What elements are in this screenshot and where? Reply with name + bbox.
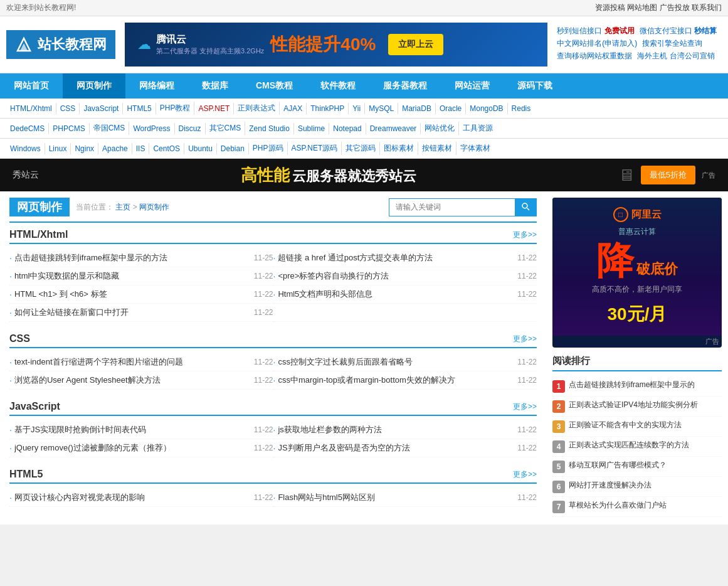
- article-link[interactable]: 浏览器的User Agent Stylesheet解决方法: [14, 375, 251, 386]
- article-link[interactable]: Html5文档声明和头部信息: [278, 289, 515, 300]
- subnav-ajax[interactable]: AJAX: [280, 103, 307, 114]
- section-js-more[interactable]: 更多>>: [513, 402, 537, 412]
- subnav-tools[interactable]: 工具资源: [459, 122, 497, 135]
- overseas-host-link[interactable]: 海外主机 台湾公司宣销: [637, 51, 714, 60]
- top-link-ad[interactable]: 广告投放: [660, 3, 690, 12]
- rank-link-1[interactable]: 点击超链接跳转到iframe框架中显示的: [569, 380, 695, 390]
- subnav-ubuntu[interactable]: Ubuntu: [184, 143, 217, 154]
- subnav-debian[interactable]: Debian: [217, 143, 249, 154]
- article-link[interactable]: HTML <h1> 到 <h6> 标签: [14, 289, 251, 300]
- nav-server[interactable]: 服务器教程: [369, 73, 441, 99]
- subnav-redis[interactable]: Redis: [508, 103, 535, 114]
- promo-cta-button[interactable]: 最低5折抢: [641, 166, 695, 184]
- search-button[interactable]: [515, 199, 536, 216]
- top-link-sitemap[interactable]: 网站地图: [627, 3, 657, 12]
- subnav-linux[interactable]: Linux: [45, 143, 71, 154]
- breadcrumb-current[interactable]: 网页制作: [139, 203, 169, 211]
- sms-link[interactable]: 秒到短信接口: [557, 26, 602, 35]
- nav-db[interactable]: 数据库: [188, 73, 242, 99]
- article-link[interactable]: css控制文字过长裁剪后面跟着省略号: [278, 356, 515, 368]
- instant-settle-link[interactable]: 秒结算: [694, 26, 717, 35]
- rank-link-7[interactable]: 草根站长为什么喜欢做门户站: [569, 500, 667, 511]
- subnav-mongodb[interactable]: MongoDB: [466, 103, 507, 114]
- subnav-empirecms[interactable]: 帝国CMS: [90, 122, 130, 135]
- article-link[interactable]: JS判断用户名及密码是否为空的方法: [278, 442, 515, 454]
- subnav-discuz[interactable]: Discuz: [175, 123, 206, 134]
- subnav-regex[interactable]: 正则表达式: [234, 102, 280, 115]
- subnav-othercms[interactable]: 其它CMS: [206, 122, 246, 135]
- subnav-othersrc[interactable]: 其它源码: [342, 142, 380, 155]
- article-link[interactable]: text-indent首行缩进两个字符和图片缩进的问题: [14, 356, 251, 368]
- subnav-dedecms[interactable]: DedeCMS: [6, 123, 49, 134]
- header-ad-banner[interactable]: ☁ 腾讯云 第二代服务器 支持超高主频3.2GHz 性能提升40% 立即上云: [125, 23, 547, 67]
- subnav-thinkphp[interactable]: ThinkPHP: [307, 103, 349, 114]
- nav-cms[interactable]: CMS教程: [242, 73, 307, 99]
- subnav-phpcms[interactable]: PHPCMS: [49, 123, 89, 134]
- article-link[interactable]: Flash网站与html5网站区别: [278, 492, 515, 503]
- rank-link-5[interactable]: 移动互联网广告有哪些模式？: [569, 460, 667, 471]
- nav-net[interactable]: 网络编程: [125, 73, 188, 99]
- top-link-contact[interactable]: 联系我们: [692, 3, 722, 12]
- nav-software[interactable]: 软件教程: [307, 73, 369, 99]
- mobile-weight-link[interactable]: 查询移动网站权重数据: [557, 51, 632, 60]
- section-css-more[interactable]: 更多>>: [513, 334, 537, 344]
- sidebar-ad[interactable]: □ 阿里云 普惠云计算 降 破底价 高质不高价，新老用户同享 30元/月 广告: [552, 198, 722, 348]
- subnav-aspnet[interactable]: ASP.NET: [194, 103, 234, 114]
- subnav-js[interactable]: JavaScript: [80, 103, 123, 114]
- subnav-apache[interactable]: Apache: [98, 143, 132, 154]
- article-link[interactable]: 超链接 a href 通过post方式提交表单的方法: [278, 252, 515, 264]
- subnav-php[interactable]: PHP教程: [156, 102, 195, 115]
- rank-link-4[interactable]: 正则表达式实现匹配连续数字的方法: [569, 440, 689, 450]
- ad-cta-button[interactable]: 立即上云: [388, 34, 443, 55]
- search-input[interactable]: [389, 199, 515, 216]
- subnav-mariadb[interactable]: MariaDB: [398, 103, 436, 114]
- nav-ops[interactable]: 网站运营: [441, 73, 504, 99]
- subnav-dreamweaver[interactable]: Dreamweaver: [366, 123, 421, 134]
- subnav-yii[interactable]: Yii: [349, 103, 365, 114]
- subnav-notepad[interactable]: Notepad: [329, 123, 366, 134]
- subnav-aspnetsrc[interactable]: ASP.NET源码: [288, 142, 342, 155]
- logo[interactable]: 站长教程网: [6, 30, 115, 59]
- subnav-zend[interactable]: Zend Studio: [245, 123, 294, 134]
- nav-source[interactable]: 源码下载: [504, 73, 566, 99]
- subnav-iis[interactable]: IIS: [132, 143, 150, 154]
- subnav-wordpress[interactable]: WordPress: [129, 123, 174, 134]
- search-engine-link[interactable]: 搜索引擎全站查询: [642, 39, 702, 48]
- article-link[interactable]: css中margin-top或者margin-bottom失效的解决方: [278, 375, 515, 386]
- nav-home[interactable]: 网站首页: [0, 73, 63, 99]
- cn-rank-link[interactable]: 中文网站排名(申请加入): [557, 39, 637, 48]
- article-link[interactable]: 如何让全站链接在新窗口中打开: [14, 307, 251, 318]
- article-link[interactable]: js获取地址栏参数的两种方法: [278, 424, 515, 435]
- rank-link-2[interactable]: 正则表达式验证IPV4地址功能实例分析: [569, 400, 698, 410]
- article-link[interactable]: jQuery remove()过滤被删除的元素（推荐）: [14, 442, 251, 454]
- subnav-buttons[interactable]: 按钮素材: [418, 142, 456, 155]
- section-html5-more[interactable]: 更多>>: [513, 469, 537, 480]
- breadcrumb-home[interactable]: 主页: [115, 203, 130, 211]
- subnav-centos[interactable]: CentOS: [149, 143, 184, 154]
- wechat-pay-link[interactable]: 微信支付宝接口: [640, 26, 692, 35]
- subnav-icons[interactable]: 图标素材: [380, 142, 418, 155]
- subnav-html5[interactable]: HTML5: [123, 103, 156, 114]
- rank-link-3[interactable]: 正则验证不能含有中文的实现方法: [569, 420, 682, 430]
- article-link[interactable]: 基于JS实现限时抢购倒计时间表代码: [14, 424, 251, 435]
- article-link[interactable]: html中实现数据的显示和隐藏: [14, 270, 251, 282]
- promo-banner[interactable]: 秀站云 高性能 云服务器就选秀站云 🖥 最低5折抢 广告: [0, 159, 728, 191]
- top-link-resources[interactable]: 资源投稿: [595, 3, 625, 12]
- article-link[interactable]: 点击超链接跳转到iframe框架中显示的方法: [14, 252, 251, 264]
- nav-web[interactable]: 网页制作: [63, 73, 125, 99]
- free-trial-link[interactable]: 免费试用: [604, 26, 635, 35]
- subnav-nginx[interactable]: Nginx: [71, 143, 98, 154]
- rank-link-6[interactable]: 网站打开速度慢解决办法: [569, 480, 652, 491]
- subnav-html[interactable]: HTML/Xhtml: [6, 103, 56, 114]
- section-html-more[interactable]: 更多>>: [513, 230, 537, 240]
- subnav-seoopt[interactable]: 网站优化: [421, 122, 459, 135]
- subnav-fonts[interactable]: 字体素材: [456, 142, 494, 155]
- article-link[interactable]: <pre>标签内容自动换行的方法: [278, 270, 515, 282]
- subnav-phpsrc[interactable]: PHP源码: [249, 142, 288, 155]
- subnav-css[interactable]: CSS: [56, 103, 80, 114]
- subnav-oracle[interactable]: Oracle: [436, 103, 466, 114]
- subnav-mysql[interactable]: MySQL: [365, 103, 398, 114]
- article-link[interactable]: 网页设计核心内容对视觉表现的影响: [14, 492, 251, 503]
- subnav-sublime[interactable]: Sublime: [294, 123, 329, 134]
- subnav-windows[interactable]: Windows: [6, 143, 45, 154]
